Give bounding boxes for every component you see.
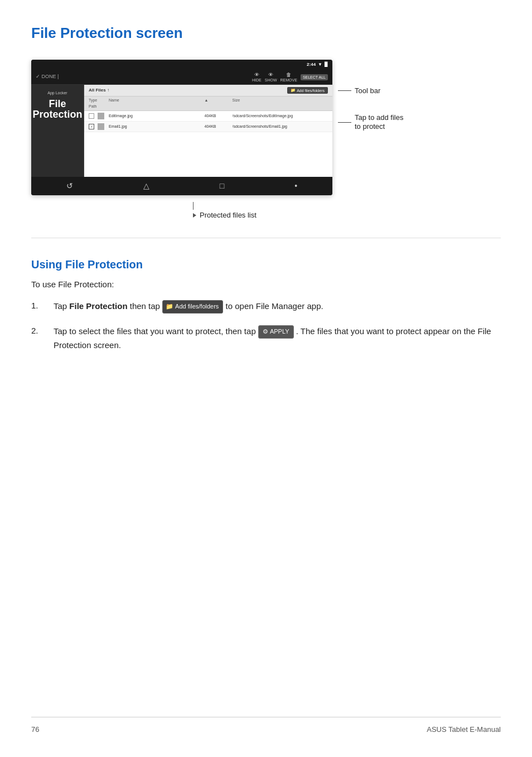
show-label: SHOW [265,78,277,82]
hide-label: HIDE [252,78,262,82]
step-2-number: 2. [31,325,54,337]
step-1-text-after: to open File Manager app. [226,301,323,311]
battery-icon: ▉ [325,61,328,68]
file-area-header: All Files ↑ 📁 Add files/folders [84,85,332,97]
page-footer: 76 ASUS Tablet E-Manual [31,717,501,735]
col-type: Type [89,98,98,104]
tool-bar: ✓ DONE | 👁 HIDE 👁 SHOW 🗑 REMOVE SELECT A… [31,70,332,85]
col-name: Name [109,98,205,104]
step-2-content: Tap to select the files that you want to… [54,325,501,352]
table-row[interactable]: ✓ Email1.jpg 404KB /sdcard/Screenshots/E… [84,122,332,132]
nav-dot[interactable]: • [294,180,297,192]
all-files-label: All Files ↑ [89,87,109,94]
file-list-empty [84,132,332,177]
nav-home[interactable]: △ [143,180,149,192]
toolbar-left: ✓ DONE | [36,73,59,81]
screenshot-section: 2:44 ▼ ▉ ✓ DONE | 👁 HIDE 👁 SHOW 🗑 R [31,60,501,195]
file-path-1: /sdcard/Screenshots/EditImage.jpg [233,113,328,119]
file-path-2: /sdcard/Screenshots/Email1.jpg [233,124,328,130]
protected-files-annotation: Protected files list [193,202,501,221]
file-list-columns: Type Name ▲ Size Path [84,97,332,111]
apply-inline-button[interactable]: ⚙ APPLY [258,325,294,339]
add-files-inline-icon: 📁 [166,302,173,312]
steps-list: 1. Tap File Protection then tap 📁 Add fi… [31,300,501,352]
add-files-label: Add files/folders [297,89,325,93]
annotations-panel: Tool bar Tap to add filesto protect [338,70,403,142]
apply-icon: ⚙ [263,327,268,337]
nav-bar: ↺ △ □ • [31,177,332,195]
done-label: ✓ DONE | [36,73,59,81]
section-divider [31,238,501,238]
file-name-2: Email1.jpg [109,124,205,130]
file-size-2: 404KB [205,124,233,130]
add-files-annotation: Tap to add filesto protect [338,113,403,132]
file-checkbox-1[interactable] [89,113,94,119]
sidebar-title-line2: Protection [32,109,82,120]
file-name-1: EditImage.jpg [109,113,205,119]
hide-button[interactable]: 👁 HIDE [252,72,262,82]
toolbar-annotation: Tool bar [338,85,403,97]
remove-label: REMOVE [280,78,297,82]
ann-line-toolbar [338,90,351,91]
col-sort: ▲ [205,98,233,104]
col-path: Path [89,104,98,110]
page-number: 76 [31,724,39,735]
step-1-content: Tap File Protection then tap 📁 Add files… [54,300,323,314]
page-title: File Protection screen [31,22,501,44]
step-2: 2. Tap to select the files that you want… [31,325,501,352]
ann-line-add-files [338,122,351,123]
step-2-text-before: Tap to select the files that you want to… [54,326,258,336]
show-icon: 👁 [268,72,273,78]
status-time: 2:44 [307,61,316,68]
section-title: Using File Protection [31,256,501,273]
app-locker-label: App Locker [47,90,67,97]
add-files-inline-label: Add files/folders [175,302,219,312]
protected-list-label: Protected files list [200,210,257,221]
step-1-text-before: Tap [54,301,69,311]
file-checkbox-2[interactable]: ✓ [89,124,94,129]
step-1-text-middle: then tap [128,301,163,311]
status-bar: 2:44 ▼ ▉ [31,60,332,70]
file-area: All Files ↑ 📁 Add files/folders Type Nam… [84,85,332,177]
col-size: Size [233,98,328,104]
add-files-icon: 📁 [291,88,296,93]
step-1-number: 1. [31,300,54,312]
device-mockup: 2:44 ▼ ▉ ✓ DONE | 👁 HIDE 👁 SHOW 🗑 R [31,60,332,195]
file-icon-2 [98,123,104,130]
add-files-button[interactable]: 📁 Add files/folders [287,87,328,94]
hide-icon: 👁 [254,72,259,78]
file-protection-title: File Protection [32,99,82,121]
add-files-annotation-label: Tap to add filesto protect [355,113,403,132]
select-all-button[interactable]: SELECT ALL [301,74,328,80]
main-content: App Locker File Protection All Files ↑ 📁… [31,85,332,177]
toolbar-right: 👁 HIDE 👁 SHOW 🗑 REMOVE SELECT ALL [252,72,328,82]
table-row[interactable]: EditImage.jpg 404KB /sdcard/Screenshots/… [84,111,332,122]
file-icon-1 [98,113,104,119]
show-button[interactable]: 👁 SHOW [265,72,277,82]
apply-label: APPLY [270,327,289,337]
file-size-1: 404KB [205,113,233,119]
toolbar-annotation-label: Tool bar [355,85,380,97]
remove-button[interactable]: 🗑 REMOVE [280,72,297,82]
remove-icon: 🗑 [286,72,291,78]
step-1-bold: File Protection [69,301,127,311]
nav-back[interactable]: ↺ [66,180,73,192]
manual-name: ASUS Tablet E-Manual [427,724,501,735]
signal-icon: ▼ [318,61,322,68]
step-1: 1. Tap File Protection then tap 📁 Add fi… [31,300,501,314]
sidebar: App Locker File Protection [31,85,84,177]
sidebar-title-line1: File [32,99,82,110]
intro-text: To use File Protection: [31,278,501,291]
add-files-inline-button[interactable]: 📁 Add files/folders [162,300,223,314]
nav-recents[interactable]: □ [220,180,224,192]
